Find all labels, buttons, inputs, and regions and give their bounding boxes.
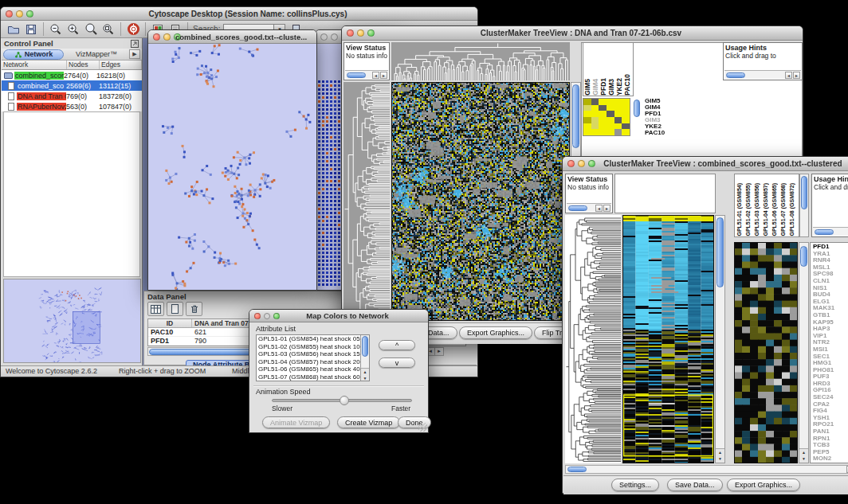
zoom-vscrollbar[interactable]: ▲▼ bbox=[799, 242, 809, 463]
close-button[interactable] bbox=[6, 10, 13, 18]
matrix-cell[interactable] bbox=[591, 111, 599, 117]
scrollbar-thumb[interactable] bbox=[347, 72, 366, 78]
minimize-button[interactable] bbox=[357, 29, 364, 37]
matrix-cell[interactable] bbox=[591, 129, 599, 135]
delete-attribute-button[interactable] bbox=[186, 302, 202, 316]
matrix-cell[interactable] bbox=[583, 123, 591, 130]
matrix-cell[interactable] bbox=[622, 117, 630, 123]
float-panel-icon[interactable] bbox=[130, 39, 139, 49]
animate-vizmap-button[interactable]: Animate Vizmap bbox=[262, 416, 330, 428]
matrix-cell[interactable] bbox=[607, 111, 614, 117]
matrix-cell[interactable] bbox=[583, 117, 591, 123]
network-row[interactable]: DNA and Tran 07769(0)183728(0) bbox=[2, 91, 142, 101]
attribute-item[interactable]: GPL51-01 (GSM854) heat shock 05 min bbox=[257, 335, 360, 343]
mini-scrollbar[interactable]: ◄► bbox=[813, 227, 848, 236]
attribute-item[interactable]: GPL51-04 (GSM857) heat shock 20 min bbox=[257, 358, 360, 366]
dialog-titlebar[interactable]: Map Colors to Network bbox=[249, 310, 428, 322]
matrix-cell[interactable] bbox=[583, 111, 591, 117]
matrix-cell[interactable] bbox=[622, 129, 630, 135]
scrollbar-thumb[interactable] bbox=[800, 246, 807, 267]
matrix-cell[interactable] bbox=[591, 123, 599, 130]
matrix-cell[interactable] bbox=[583, 105, 591, 111]
animation-speed-slider[interactable] bbox=[272, 399, 412, 402]
scroll-arrows[interactable]: ▲▼ bbox=[799, 448, 808, 463]
zoom-fit-button[interactable] bbox=[100, 21, 117, 37]
matrix-cell[interactable] bbox=[599, 123, 607, 130]
tabs-overflow-button[interactable]: ▶ bbox=[129, 49, 140, 59]
row-dendrogram-canvas[interactable] bbox=[565, 215, 621, 463]
network-row[interactable]: RNAPuberNov2+563(0)107847(0) bbox=[2, 101, 142, 111]
scroll-left-icon[interactable]: ◄ bbox=[372, 72, 379, 79]
mini-scrollbar[interactable]: ◄► bbox=[345, 70, 388, 79]
settings-button[interactable]: Settings... bbox=[611, 479, 659, 491]
mini-scrollbar[interactable]: ◄► bbox=[567, 203, 611, 212]
matrix-cell[interactable] bbox=[607, 129, 614, 135]
move-down-button[interactable]: v bbox=[379, 357, 415, 368]
scrollbar-thumb[interactable] bbox=[634, 100, 640, 117]
export-graphics-button[interactable]: Export Graphics... bbox=[727, 479, 800, 491]
tab-vizmapper[interactable]: VizMapper™ bbox=[65, 50, 128, 58]
matrix-cell[interactable] bbox=[599, 117, 607, 123]
matrix-cell[interactable] bbox=[622, 123, 630, 130]
minimize-button[interactable] bbox=[16, 10, 23, 18]
network-overview-canvas[interactable] bbox=[4, 279, 140, 362]
help-button[interactable] bbox=[124, 21, 142, 37]
scrollbar-thumb[interactable] bbox=[815, 229, 834, 235]
minimize-button[interactable] bbox=[264, 313, 270, 319]
matrix-cell[interactable] bbox=[607, 123, 614, 130]
close-button[interactable] bbox=[254, 313, 261, 319]
matrix-cell[interactable] bbox=[599, 105, 607, 111]
matrix-cell[interactable] bbox=[607, 99, 614, 105]
matrix-cell[interactable] bbox=[622, 99, 630, 105]
scroll-left-icon[interactable]: ◄ bbox=[595, 205, 603, 212]
row-dendrogram-canvas[interactable] bbox=[344, 82, 390, 321]
save-session-button[interactable] bbox=[22, 21, 40, 37]
matrix-cell[interactable] bbox=[614, 123, 622, 130]
zoom-out-button[interactable] bbox=[47, 21, 65, 37]
scroll-right-icon[interactable]: ► bbox=[434, 348, 443, 355]
scrollbar-thumb[interactable] bbox=[726, 72, 745, 78]
list-vscrollbar[interactable]: ▲▼ bbox=[360, 335, 369, 381]
scroll-right-icon[interactable]: ► bbox=[603, 205, 610, 212]
attribute-item[interactable]: GPL51-06 (GSM865) heat shock 40 min bbox=[257, 365, 360, 373]
scroll-right-icon[interactable]: ► bbox=[793, 72, 800, 79]
minimize-button[interactable] bbox=[163, 33, 171, 41]
matrix-cell[interactable] bbox=[622, 111, 630, 117]
close-button[interactable] bbox=[153, 33, 160, 41]
attribute-item[interactable]: GPL51-07 (GSM868) heat shock 60 min bbox=[257, 373, 360, 381]
column-header-network[interactable]: Network bbox=[2, 61, 67, 69]
attribute-item[interactable]: GPL51-03 (GSM856) heat shock 15 min bbox=[257, 350, 360, 358]
network-row[interactable]: combined_scores2764(0)16218(0) bbox=[2, 70, 142, 80]
labels-vscrollbar[interactable] bbox=[799, 174, 809, 237]
matrix-cell[interactable] bbox=[583, 99, 591, 105]
zoom-heatmap-matrix[interactable] bbox=[583, 98, 630, 136]
save-data-button[interactable]: Save Data... bbox=[667, 479, 723, 491]
network-view-canvas[interactable] bbox=[148, 44, 316, 290]
zoom-selected-button[interactable] bbox=[82, 21, 100, 37]
scrollbar-thumb[interactable] bbox=[572, 84, 579, 148]
export-graphics-button[interactable]: Export Graphics... bbox=[459, 326, 532, 339]
minimize-button[interactable] bbox=[578, 160, 585, 167]
matrix-cell[interactable] bbox=[622, 105, 630, 111]
close-button[interactable] bbox=[320, 33, 328, 41]
scroll-arrows[interactable]: ▲▼ bbox=[716, 448, 724, 463]
tab-network[interactable]: Network bbox=[3, 49, 64, 60]
column-header-edges[interactable]: Edges bbox=[100, 61, 142, 69]
scrollbar-thumb[interactable] bbox=[362, 336, 368, 357]
slider-thumb[interactable] bbox=[340, 396, 349, 405]
gene-label[interactable]: MON2 bbox=[813, 455, 848, 463]
matrix-cell[interactable] bbox=[614, 111, 622, 117]
scroll-right-icon[interactable]: ► bbox=[380, 72, 387, 79]
matrix-cell[interactable] bbox=[591, 117, 599, 123]
move-up-button[interactable]: ^ bbox=[379, 340, 415, 350]
heatmap-vscrollbar[interactable]: ▲▼ bbox=[715, 215, 725, 463]
close-button[interactable] bbox=[567, 160, 575, 167]
new-attribute-button[interactable] bbox=[167, 302, 183, 316]
matrix-cell[interactable] bbox=[607, 117, 614, 123]
matrix-cell[interactable] bbox=[583, 129, 591, 135]
scroll-arrows[interactable]: ▲▼ bbox=[361, 368, 369, 381]
main-titlebar[interactable]: Cytoscape Desktop (Session Name: collins… bbox=[1, 7, 477, 21]
window-titlebar[interactable]: combined_scores_good.txt--cluste... bbox=[148, 30, 316, 44]
zoom-heatmap-canvas[interactable] bbox=[734, 242, 798, 463]
attribute-item[interactable]: GPL51-02 (GSM855) heat shock 10 min bbox=[257, 343, 360, 351]
